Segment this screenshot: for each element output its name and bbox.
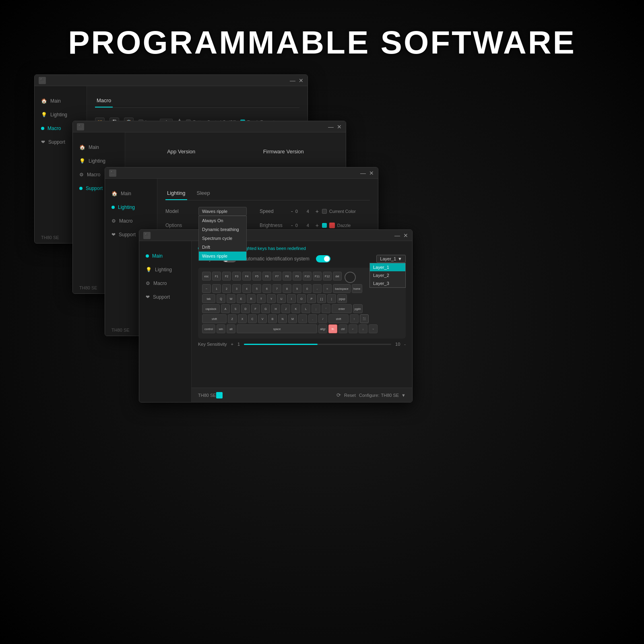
key-period[interactable]: . xyxy=(308,314,317,323)
key-esc[interactable]: esc xyxy=(202,272,211,281)
key-win[interactable]: win xyxy=(217,324,225,333)
key-2[interactable]: 2 xyxy=(222,284,231,293)
key-f6[interactable]: F6 xyxy=(262,272,271,281)
key-w[interactable]: W xyxy=(227,294,235,303)
tab-lighting[interactable]: Lighting xyxy=(165,187,187,200)
key-backslash[interactable]: | xyxy=(327,294,336,303)
key-v[interactable]: V xyxy=(258,314,267,323)
option-dynamic-breathing[interactable]: Dynamic breathing xyxy=(199,225,246,234)
key-0[interactable]: 0 xyxy=(303,284,312,293)
key-1[interactable]: 1 xyxy=(212,284,221,293)
key-s[interactable]: S xyxy=(231,304,240,313)
brightness-increase[interactable]: + xyxy=(316,222,319,229)
sidebar-macro-4[interactable]: ⚙ Macro xyxy=(139,277,191,290)
key-minus[interactable]: - xyxy=(313,284,322,293)
key-home[interactable]: home xyxy=(352,284,362,293)
key-custom[interactable]: ⬛ xyxy=(360,314,369,323)
key-f4[interactable]: F4 xyxy=(242,272,251,281)
key-9[interactable]: 9 xyxy=(293,284,301,293)
key-x[interactable]: X xyxy=(238,314,247,323)
key-h[interactable]: H xyxy=(271,304,280,313)
key-c[interactable]: C xyxy=(248,314,257,323)
sidebar-lighting-4[interactable]: 💡 Lighting xyxy=(139,263,191,277)
key-space[interactable]: space xyxy=(237,324,317,333)
key-g[interactable]: G xyxy=(261,304,270,313)
key-f7[interactable]: F7 xyxy=(272,272,281,281)
key-enter[interactable]: enter xyxy=(332,304,352,313)
key-quote[interactable]: ' xyxy=(322,304,330,313)
minimize-button-3[interactable]: — xyxy=(360,170,366,176)
key-del[interactable]: del xyxy=(333,272,342,281)
key-lshift[interactable]: shift xyxy=(202,314,227,323)
tab-macro[interactable]: Macro xyxy=(95,94,113,107)
key-j[interactable]: J xyxy=(281,304,290,313)
layer-dropdown[interactable]: Layer_1 ▼ Layer_1 Layer_2 Layer_3 xyxy=(376,255,406,263)
model-select[interactable]: Waves ripple xyxy=(198,207,247,216)
close-button-3[interactable]: ✕ xyxy=(369,170,374,176)
sidebar-item-main[interactable]: 🏠 Main xyxy=(35,94,87,108)
key-comma[interactable]: , xyxy=(298,314,307,323)
option-spectrum-cycle[interactable]: Spectrum cycle xyxy=(199,234,246,243)
key-pgup[interactable]: pgup xyxy=(337,294,347,303)
key-f9[interactable]: F9 xyxy=(293,272,301,281)
key-f12[interactable]: F12 xyxy=(323,272,332,281)
close-button-2[interactable]: ✕ xyxy=(337,124,342,130)
dazzle-checkbox[interactable]: Dazzle xyxy=(322,223,351,228)
key-slash[interactable]: / xyxy=(318,314,327,323)
key-e[interactable]: E xyxy=(237,294,246,303)
key-z[interactable]: Z xyxy=(228,314,237,323)
close-button-4[interactable]: ✕ xyxy=(403,232,408,239)
key-4[interactable]: 4 xyxy=(242,284,251,293)
layer-select-btn[interactable]: Layer_1 ▼ xyxy=(376,255,406,263)
layer-3-item[interactable]: Layer_3 xyxy=(370,279,405,287)
key-semi[interactable]: ; xyxy=(312,304,320,313)
key-altgr[interactable]: altgr xyxy=(318,324,327,333)
key-p[interactable]: P xyxy=(307,294,316,303)
key-8[interactable]: 8 xyxy=(283,284,291,293)
key-b[interactable]: B xyxy=(268,314,277,323)
auto-id-toggle[interactable] xyxy=(316,255,330,262)
key-i[interactable]: I xyxy=(287,294,296,303)
brightness-slider[interactable]: - 0 4 + xyxy=(291,222,319,229)
key-rshift[interactable]: shift xyxy=(328,314,349,323)
layer-2-item[interactable]: Layer_2 xyxy=(370,271,405,279)
minimize-button-4[interactable]: — xyxy=(394,232,400,239)
sidebar-main-3[interactable]: 🏠 Main xyxy=(105,187,157,200)
key-3[interactable]: 3 xyxy=(232,284,241,293)
key-u[interactable]: U xyxy=(277,294,286,303)
key-m[interactable]: M xyxy=(288,314,297,323)
sidebar-macro-3[interactable]: ⚙ Macro xyxy=(105,214,157,228)
key-f11[interactable]: F11 xyxy=(313,272,322,281)
key-bracket-l[interactable]: [ ] xyxy=(317,294,326,303)
current-color-checkbox[interactable]: Current Color xyxy=(322,209,356,214)
layer-1-item[interactable]: Layer_1 xyxy=(370,263,405,271)
option-waves-ripple[interactable]: Waves ripple xyxy=(199,252,246,260)
minimize-button-2[interactable]: — xyxy=(328,124,334,130)
sidebar-item-lighting-2[interactable]: 💡 Lighting xyxy=(73,154,125,168)
key-t[interactable]: T xyxy=(257,294,266,303)
key-right[interactable]: → xyxy=(369,324,378,333)
key-7[interactable]: 7 xyxy=(272,284,281,293)
sidebar-main-4[interactable]: Main xyxy=(139,249,191,263)
tab-sleep[interactable]: Sleep xyxy=(195,187,212,200)
key-equals[interactable]: = xyxy=(323,284,332,293)
key-rctrl[interactable]: ctrl xyxy=(339,324,347,333)
speed-increase[interactable]: + xyxy=(316,208,319,215)
key-o[interactable]: O xyxy=(297,294,306,303)
sidebar-item-lighting[interactable]: 💡 Lighting xyxy=(35,108,87,122)
key-6[interactable]: 6 xyxy=(262,284,271,293)
key-down[interactable]: ↓ xyxy=(359,324,367,333)
current-color-check[interactable] xyxy=(322,209,327,214)
key-d[interactable]: D xyxy=(241,304,250,313)
key-a[interactable]: A xyxy=(221,304,230,313)
speed-slider[interactable]: - 0 4 + xyxy=(291,208,319,215)
dazzle-check[interactable] xyxy=(322,223,327,228)
key-knob[interactable] xyxy=(345,272,356,283)
key-l[interactable]: L xyxy=(301,304,310,313)
key-fn[interactable]: fn xyxy=(328,324,337,333)
key-5[interactable]: 5 xyxy=(252,284,261,293)
key-n[interactable]: N xyxy=(278,314,287,323)
model-dropdown[interactable]: Waves ripple Always On Dynamic breathing… xyxy=(198,207,247,216)
sidebar-item-main-2[interactable]: 🏠 Main xyxy=(73,140,125,154)
key-f8[interactable]: F8 xyxy=(283,272,291,281)
